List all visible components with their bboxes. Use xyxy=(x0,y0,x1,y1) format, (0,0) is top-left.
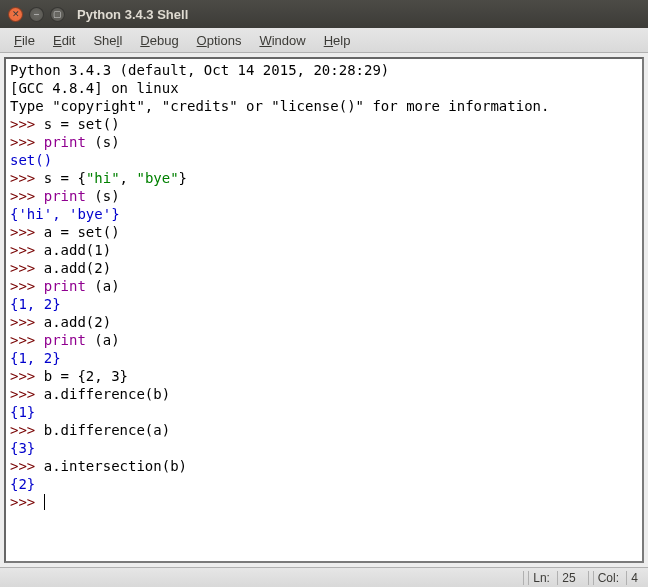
output-line: set() xyxy=(10,152,52,168)
code-line: b.difference(a) xyxy=(44,422,170,438)
prompt: >>> xyxy=(10,278,44,294)
output-line: {2} xyxy=(10,476,35,492)
prompt: >>> xyxy=(10,422,44,438)
prompt: >>> xyxy=(10,314,44,330)
statusbar: Ln: 25 Col: 4 xyxy=(0,567,648,587)
output-line: {1, 2} xyxy=(10,350,61,366)
terminal[interactable]: Python 3.4.3 (default, Oct 14 2015, 20:2… xyxy=(4,57,644,563)
code-builtin: print xyxy=(44,278,86,294)
window-controls: ✕ – ▢ xyxy=(8,7,65,22)
code-line: (s) xyxy=(86,188,120,204)
close-icon[interactable]: ✕ xyxy=(8,7,23,22)
code-line: a.intersection(b) xyxy=(44,458,187,474)
maximize-icon[interactable]: ▢ xyxy=(50,7,65,22)
menu-edit[interactable]: Edit xyxy=(45,31,83,50)
menu-help[interactable]: Help xyxy=(316,31,359,50)
banner-line: Python 3.4.3 (default, Oct 14 2015, 20:2… xyxy=(10,62,398,78)
prompt: >>> xyxy=(10,260,44,276)
banner-line: [GCC 4.8.4] on linux xyxy=(10,80,179,96)
code-line: (a) xyxy=(86,278,120,294)
code-line: a.add(2) xyxy=(44,314,111,330)
status-ln-label: Ln: xyxy=(528,571,557,585)
window-title: Python 3.4.3 Shell xyxy=(77,7,188,22)
prompt: >>> xyxy=(10,134,44,150)
status-line: Ln: 25 xyxy=(523,571,583,585)
prompt: >>> xyxy=(10,242,44,258)
status-col-label: Col: xyxy=(593,571,627,585)
code-string: "bye" xyxy=(136,170,178,186)
banner-line: Type "copyright", "credits" or "license(… xyxy=(10,98,549,114)
output-line: {'hi', 'bye'} xyxy=(10,206,120,222)
prompt: >>> xyxy=(10,386,44,402)
output-line: {3} xyxy=(10,440,35,456)
status-col: Col: 4 xyxy=(588,571,646,585)
prompt: >>> xyxy=(10,170,44,186)
prompt: >>> xyxy=(10,494,44,510)
code-line: (a) xyxy=(86,332,120,348)
code-line: a.add(2) xyxy=(44,260,111,276)
code-line: , xyxy=(120,170,137,186)
titlebar: ✕ – ▢ Python 3.4.3 Shell xyxy=(0,0,648,28)
code-line: a.add(1) xyxy=(44,242,111,258)
code-line: } xyxy=(179,170,187,186)
code-line: a = set() xyxy=(44,224,120,240)
code-line: s = { xyxy=(44,170,86,186)
prompt: >>> xyxy=(10,368,44,384)
code-string: "hi" xyxy=(86,170,120,186)
code-line: (s) xyxy=(86,134,120,150)
code-line: a.difference(b) xyxy=(44,386,170,402)
content-wrap: Python 3.4.3 (default, Oct 14 2015, 20:2… xyxy=(0,53,648,567)
prompt: >>> xyxy=(10,116,44,132)
prompt: >>> xyxy=(10,188,44,204)
cursor-icon xyxy=(44,494,45,510)
prompt: >>> xyxy=(10,458,44,474)
output-line: {1, 2} xyxy=(10,296,61,312)
status-ln-value: 25 xyxy=(557,571,579,585)
code-line: s = set() xyxy=(44,116,120,132)
code-builtin: print xyxy=(44,134,86,150)
status-col-value: 4 xyxy=(626,571,642,585)
code-builtin: print xyxy=(44,332,86,348)
minimize-icon[interactable]: – xyxy=(29,7,44,22)
menu-shell[interactable]: Shell xyxy=(85,31,130,50)
menubar: File Edit Shell Debug Options Window Hel… xyxy=(0,28,648,53)
prompt: >>> xyxy=(10,332,44,348)
code-builtin: print xyxy=(44,188,86,204)
menu-options[interactable]: Options xyxy=(189,31,250,50)
code-line: b = {2, 3} xyxy=(44,368,128,384)
menu-file[interactable]: File xyxy=(6,31,43,50)
output-line: {1} xyxy=(10,404,35,420)
prompt: >>> xyxy=(10,224,44,240)
menu-window[interactable]: Window xyxy=(251,31,313,50)
menu-debug[interactable]: Debug xyxy=(132,31,186,50)
